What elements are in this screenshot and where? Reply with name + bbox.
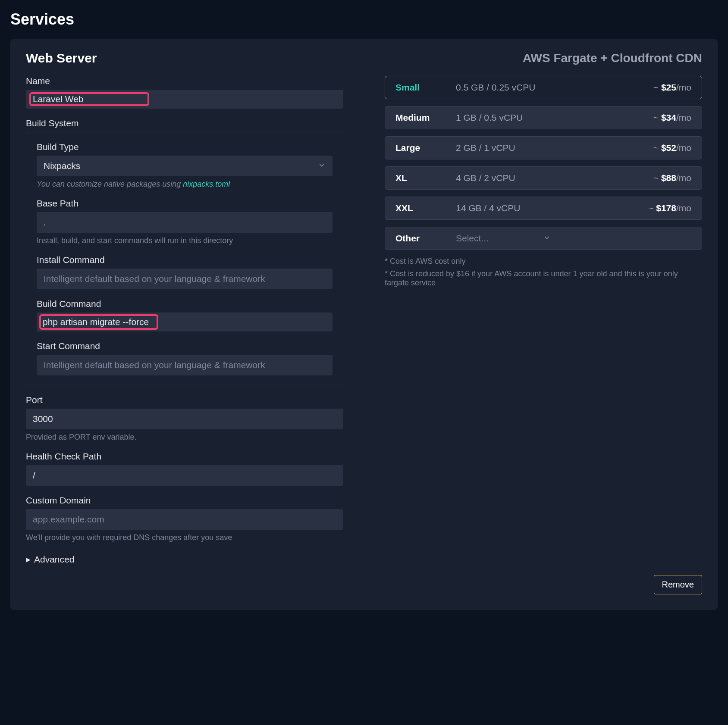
- build-system-box: Build Type Nixpacks You can customize na…: [26, 132, 343, 385]
- base-path-hint: Install, build, and start commands will …: [37, 236, 333, 245]
- health-input[interactable]: [26, 465, 343, 486]
- plan-spec: 2 GB / 1 vCPU: [456, 143, 653, 153]
- cost-note-1: * Cost is AWS cost only: [385, 257, 702, 266]
- plan-price: ~ $178/mo: [648, 203, 691, 213]
- plan-option-small[interactable]: Small0.5 GB / 0.25 vCPU~ $25/mo: [385, 76, 702, 99]
- port-field: Port Provided as PORT env variable.: [26, 395, 343, 442]
- plan-spec: 14 GB / 4 vCPU: [456, 203, 648, 213]
- name-input[interactable]: [33, 94, 146, 104]
- remove-button[interactable]: Remove: [654, 575, 702, 594]
- health-field: Health Check Path: [26, 451, 343, 486]
- plans-column: Small0.5 GB / 0.25 vCPU~ $25/moMedium1 G…: [385, 76, 702, 565]
- advanced-toggle[interactable]: ▶ Advanced: [26, 554, 343, 565]
- plan-name: Medium: [395, 112, 456, 123]
- plan-spec: 1 GB / 0.5 vCPU: [456, 112, 653, 123]
- build-cmd-input[interactable]: [43, 317, 155, 327]
- plan-name: Small: [395, 82, 456, 93]
- build-system-label: Build System: [26, 118, 343, 128]
- build-cmd-label: Build Command: [37, 299, 333, 309]
- plan-other-name: Other: [395, 233, 456, 244]
- base-path-field: Base Path Install, build, and start comm…: [37, 198, 333, 245]
- name-field: Name: [26, 76, 343, 109]
- domain-field: Custom Domain We'll provide you with req…: [26, 495, 343, 542]
- start-cmd-input[interactable]: [37, 355, 333, 375]
- plan-name: XXL: [395, 203, 456, 213]
- cost-note-2: * Cost is reduced by $16 if your AWS acc…: [385, 269, 702, 288]
- plan-option-large[interactable]: Large2 GB / 1 vCPU~ $52/mo: [385, 136, 702, 159]
- plan-spec: 0.5 GB / 0.25 vCPU: [456, 82, 653, 93]
- plan-option-medium[interactable]: Medium1 GB / 0.5 vCPU~ $34/mo: [385, 106, 702, 129]
- card-subtitle: AWS Fargate + Cloudfront CDN: [523, 51, 702, 65]
- advanced-label: Advanced: [34, 554, 74, 565]
- start-cmd-field: Start Command: [37, 341, 333, 375]
- service-card: Web Server AWS Fargate + Cloudfront CDN …: [10, 39, 718, 610]
- card-footer: Remove: [26, 575, 702, 594]
- triangle-right-icon: ▶: [26, 556, 31, 563]
- build-cmd-field: Build Command: [37, 299, 333, 331]
- build-type-hint: You can customize native packages using …: [37, 180, 333, 189]
- name-label: Name: [26, 76, 343, 86]
- plan-spec: 4 GB / 2 vCPU: [456, 173, 653, 183]
- plan-price: ~ $34/mo: [653, 112, 691, 123]
- install-cmd-field: Install Command: [37, 255, 333, 289]
- nixpacks-link[interactable]: nixpacks.toml: [183, 180, 230, 188]
- build-type-field: Build Type Nixpacks You can customize na…: [37, 142, 333, 189]
- plan-option-xl[interactable]: XL4 GB / 2 vCPU~ $88/mo: [385, 166, 702, 190]
- start-cmd-label: Start Command: [37, 341, 333, 351]
- plan-other[interactable]: Other Select...: [385, 227, 702, 250]
- domain-input[interactable]: [26, 509, 343, 530]
- base-path-label: Base Path: [37, 198, 333, 209]
- page-title: Services: [10, 10, 718, 28]
- build-type-label: Build Type: [37, 142, 333, 152]
- card-title: Web Server: [26, 51, 97, 66]
- port-hint: Provided as PORT env variable.: [26, 433, 343, 442]
- domain-hint: We'll provide you with required DNS chan…: [26, 533, 343, 542]
- build-type-select[interactable]: Nixpacks: [37, 156, 333, 176]
- form-column: Name Build System Build Type Nixpacks: [26, 76, 343, 565]
- domain-label: Custom Domain: [26, 495, 343, 506]
- plan-price: ~ $52/mo: [653, 143, 691, 153]
- port-label: Port: [26, 395, 343, 405]
- plan-name: Large: [395, 143, 456, 153]
- card-header: Web Server AWS Fargate + Cloudfront CDN: [26, 51, 702, 66]
- build-cmd-wrap: [37, 312, 333, 331]
- plan-other-select[interactable]: Select...: [456, 233, 551, 244]
- base-path-input[interactable]: [37, 212, 333, 233]
- plan-other-placeholder: Select...: [456, 233, 489, 244]
- plan-option-xxl[interactable]: XXL14 GB / 4 vCPU~ $178/mo: [385, 197, 702, 220]
- install-cmd-label: Install Command: [37, 255, 333, 265]
- plans-list: Small0.5 GB / 0.25 vCPU~ $25/moMedium1 G…: [385, 76, 702, 220]
- build-type-value: Nixpacks: [37, 156, 333, 176]
- port-input[interactable]: [26, 409, 343, 429]
- plan-name: XL: [395, 173, 456, 183]
- plan-price: ~ $25/mo: [653, 82, 691, 93]
- install-cmd-input[interactable]: [37, 269, 333, 289]
- chevron-down-icon: [543, 233, 551, 244]
- health-label: Health Check Path: [26, 451, 343, 462]
- name-input-wrap: [26, 90, 343, 109]
- plan-price: ~ $88/mo: [653, 173, 691, 183]
